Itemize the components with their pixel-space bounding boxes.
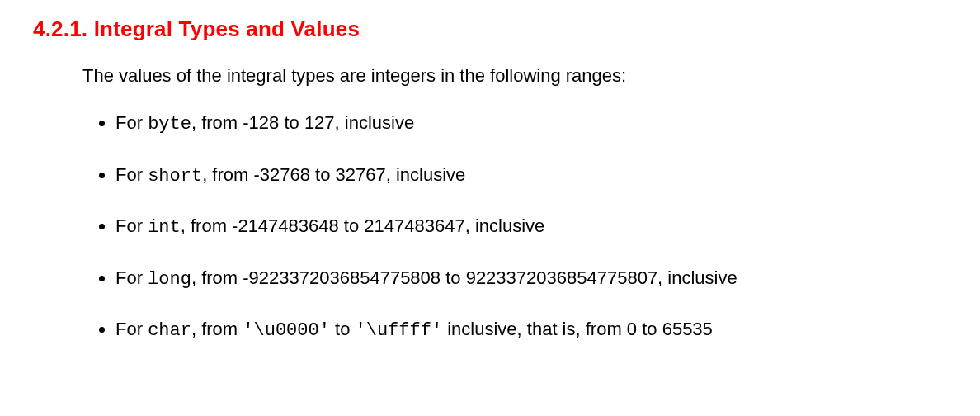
item-suffix: , from -9223372036854775808 to 922337203… — [191, 267, 737, 288]
list-item: For int, from -2147483648 to 2147483647,… — [115, 215, 947, 240]
item-mid: , from — [191, 319, 243, 339]
item-mid: to — [330, 319, 356, 339]
integral-types-list: For byte, from -128 to 127, inclusive Fo… — [82, 111, 947, 343]
item-prefix: For — [115, 112, 148, 133]
type-code: short — [148, 166, 202, 187]
type-code: long — [148, 269, 191, 290]
list-item: For byte, from -128 to 127, inclusive — [115, 111, 947, 137]
item-prefix: For — [115, 319, 148, 339]
section-heading: 4.2.1. Integral Types and Values — [33, 17, 947, 42]
char-code: '\u0000' — [243, 320, 330, 341]
list-item: For short, from -32768 to 32767, inclusi… — [115, 163, 947, 189]
item-suffix: , from -2147483648 to 2147483647, inclus… — [181, 215, 545, 236]
intro-paragraph: The values of the integral types are int… — [82, 65, 947, 87]
item-suffix: , from -128 to 127, inclusive — [191, 112, 414, 133]
list-item: For char, from '\u0000' to '\uffff' incl… — [115, 318, 947, 343]
item-prefix: For — [115, 215, 148, 236]
item-suffix: , from -32768 to 32767, inclusive — [202, 164, 465, 185]
item-prefix: For — [115, 164, 148, 185]
item-prefix: For — [115, 267, 148, 288]
item-suffix: inclusive, that is, from 0 to 65535 — [442, 319, 713, 339]
type-code: byte — [148, 114, 191, 135]
char-code: '\uffff' — [355, 320, 442, 341]
type-code: int — [148, 217, 181, 238]
list-item: For long, from -9223372036854775808 to 9… — [115, 267, 947, 292]
type-code: char — [148, 320, 191, 341]
